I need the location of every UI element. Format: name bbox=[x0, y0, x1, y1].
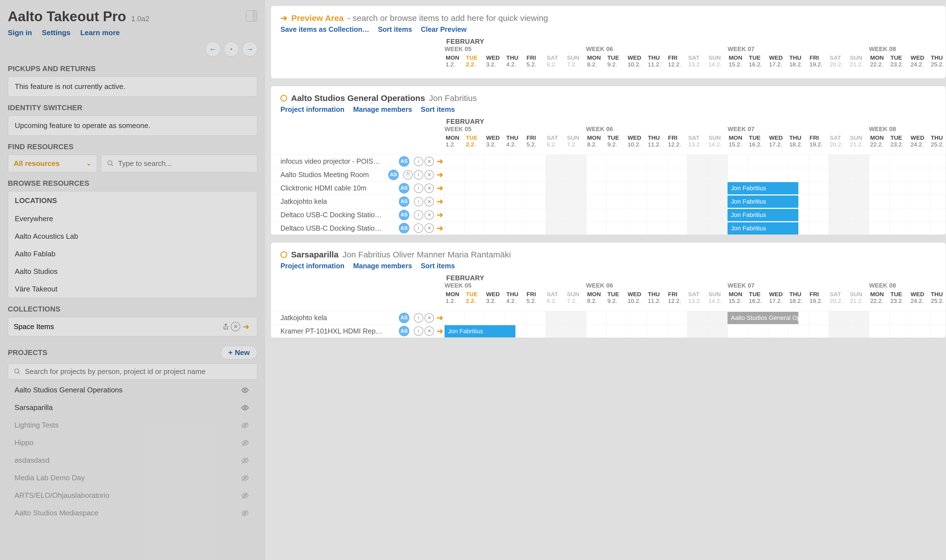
project-item[interactable]: asdasdasd bbox=[8, 452, 257, 469]
learn-more-link[interactable]: Learn more bbox=[80, 28, 120, 37]
info-icon[interactable]: i bbox=[414, 157, 423, 166]
toggle-sidebar-button[interactable] bbox=[246, 10, 257, 22]
location-item[interactable]: Aalto Acoustics Lab bbox=[8, 228, 257, 245]
nav-current-button[interactable]: • bbox=[224, 42, 239, 57]
booking-bar[interactable]: Jon Fabritius bbox=[727, 222, 798, 235]
resource-label[interactable]: Kramer PT-101HXL HDMI Repea… bbox=[280, 327, 384, 335]
timeline-row[interactable]: Aalto Studios General Op bbox=[445, 311, 946, 325]
arrow-right-icon[interactable]: ➔ bbox=[435, 197, 445, 206]
info-icon[interactable]: i bbox=[414, 326, 423, 336]
nav-forward-button[interactable]: → bbox=[242, 42, 257, 57]
project-item[interactable]: Media Lab Demo Day bbox=[8, 469, 257, 487]
collection-item[interactable]: Space Items ✕ ➔ bbox=[8, 317, 257, 336]
resource-label[interactable]: Jatkojohto kela bbox=[280, 314, 327, 322]
booking-bar[interactable]: Jon Fabritius bbox=[445, 325, 515, 337]
remove-icon[interactable]: ✕ bbox=[424, 170, 434, 180]
manage-members-action[interactable]: Manage members bbox=[353, 262, 412, 270]
resource-label[interactable]: infocus video projector - POIST… bbox=[280, 157, 384, 165]
share-icon[interactable] bbox=[220, 321, 231, 332]
sort-items-action[interactable]: Sort items bbox=[421, 262, 455, 270]
resource-search-input[interactable] bbox=[118, 159, 251, 168]
location-item[interactable]: Aalto Studios bbox=[8, 263, 257, 280]
timeline-row[interactable]: Jon Fabritius bbox=[445, 208, 946, 222]
booking-bar[interactable]: Aalto Studios General Op bbox=[727, 312, 798, 324]
sign-in-link[interactable]: Sign in bbox=[8, 28, 32, 37]
project-item[interactable]: ARTS/ELO/Ohjauslaboratorio bbox=[8, 487, 257, 504]
timeline-row[interactable]: Jon Fabritius bbox=[445, 195, 946, 208]
remove-icon[interactable]: ✕ bbox=[424, 157, 434, 166]
eye-off-icon[interactable] bbox=[239, 492, 251, 500]
clear-preview-action[interactable]: Clear Preview bbox=[421, 25, 467, 33]
project-title[interactable]: Sarsaparilla bbox=[291, 250, 339, 259]
new-project-button[interactable]: + New bbox=[221, 346, 257, 360]
info-icon[interactable]: i bbox=[414, 223, 423, 233]
remove-icon[interactable]: ✕ bbox=[424, 326, 434, 336]
remove-icon[interactable]: ✕ bbox=[424, 183, 434, 193]
info-icon[interactable]: i bbox=[414, 183, 423, 193]
delete-icon[interactable]: ✕ bbox=[231, 322, 240, 331]
eye-off-icon[interactable] bbox=[239, 439, 251, 447]
location-item[interactable]: Väre Takeout bbox=[8, 280, 257, 298]
project-title[interactable]: Aalto Studios General Operations bbox=[291, 94, 425, 103]
timeline-row[interactable]: Jon Fabritius bbox=[445, 182, 946, 195]
sort-items-action[interactable]: Sort items bbox=[421, 105, 455, 113]
day-header: MON8.2. bbox=[586, 54, 606, 74]
project-status-icon[interactable] bbox=[280, 251, 287, 258]
location-item[interactable]: Everywhere bbox=[8, 210, 257, 228]
project-search-field[interactable] bbox=[8, 363, 257, 380]
project-info-action[interactable]: Project information bbox=[280, 105, 344, 113]
resource-search-field[interactable] bbox=[101, 154, 257, 172]
resource-label[interactable]: Clicktronic HDMI cable 10m bbox=[280, 184, 367, 192]
info-icon[interactable]: i bbox=[414, 170, 423, 180]
info-icon[interactable]: i bbox=[414, 197, 423, 206]
project-status-icon[interactable] bbox=[280, 95, 287, 102]
project-info-action[interactable]: Project information bbox=[280, 262, 344, 270]
timeline-row[interactable]: Jon Fabritius bbox=[445, 222, 946, 235]
arrow-right-icon[interactable]: ➔ bbox=[435, 313, 445, 323]
resource-label[interactable]: Aalto Studios Meeting Room bbox=[280, 171, 369, 179]
booking-bar[interactable]: Jon Fabritius bbox=[727, 182, 798, 194]
resource-label[interactable]: Deltaco USB-C Docking Station… bbox=[280, 224, 384, 232]
project-item[interactable]: Hippo bbox=[8, 434, 257, 452]
arrow-right-icon[interactable]: ➔ bbox=[435, 157, 445, 166]
project-item[interactable]: Lighting Tests bbox=[8, 416, 257, 434]
arrow-right-icon[interactable]: ➔ bbox=[240, 321, 251, 332]
remove-icon[interactable]: ✕ bbox=[424, 210, 434, 220]
remove-icon[interactable]: ✕ bbox=[424, 313, 434, 323]
project-item[interactable]: Aalto Studios Mediaspace bbox=[8, 504, 257, 522]
arrow-right-icon[interactable]: ➔ bbox=[435, 326, 445, 336]
info-icon[interactable]: i bbox=[414, 313, 423, 323]
day-header: FRI19.2. bbox=[809, 134, 829, 154]
remove-icon[interactable]: ✕ bbox=[424, 197, 434, 206]
eye-off-icon[interactable] bbox=[239, 457, 251, 465]
nav-back-button[interactable]: ← bbox=[205, 42, 220, 57]
resource-label[interactable]: Jatkojohto kela bbox=[280, 197, 327, 206]
remove-icon[interactable]: ✕ bbox=[424, 223, 434, 233]
project-search-input[interactable] bbox=[25, 367, 251, 376]
resource-label[interactable]: Deltaco USB-C Docking Station… bbox=[280, 211, 384, 219]
timeline-row[interactable]: Jon Fabritius bbox=[445, 325, 946, 337]
project-item[interactable]: Aalto Studios General Operations bbox=[8, 381, 257, 399]
sort-items-action[interactable]: Sort items bbox=[378, 25, 412, 33]
eye-off-icon[interactable] bbox=[239, 509, 251, 517]
eye-icon[interactable] bbox=[239, 386, 251, 394]
eye-off-icon[interactable] bbox=[239, 474, 251, 482]
manage-members-action[interactable]: Manage members bbox=[353, 105, 412, 113]
settings-link[interactable]: Settings bbox=[42, 28, 71, 37]
booking-bar[interactable]: Jon Fabritius bbox=[727, 209, 798, 221]
eye-off-icon[interactable] bbox=[239, 422, 251, 429]
clock-icon[interactable]: ⏱ bbox=[403, 170, 413, 180]
project-item[interactable]: Sarsaparilla bbox=[8, 399, 257, 416]
timeline-row[interactable] bbox=[445, 155, 946, 168]
eye-icon[interactable] bbox=[239, 404, 251, 412]
arrow-right-icon[interactable]: ➔ bbox=[435, 183, 445, 193]
booking-bar[interactable]: Jon Fabritius bbox=[727, 195, 798, 208]
info-icon[interactable]: i bbox=[414, 210, 423, 220]
arrow-right-icon[interactable]: ➔ bbox=[435, 170, 445, 180]
timeline-row[interactable] bbox=[445, 168, 946, 181]
save-collection-action[interactable]: Save items as Collection… bbox=[280, 25, 369, 33]
location-item[interactable]: Aalto Fablab bbox=[8, 245, 257, 263]
arrow-right-icon[interactable]: ➔ bbox=[435, 210, 445, 220]
resource-filter-dropdown[interactable]: All resources ⌄ bbox=[8, 154, 97, 172]
arrow-right-icon[interactable]: ➔ bbox=[435, 223, 445, 233]
